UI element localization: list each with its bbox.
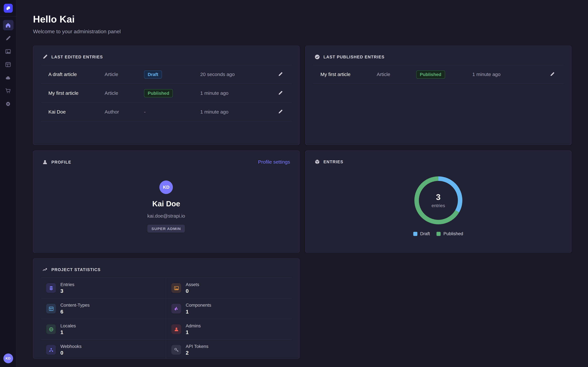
stat-admins: Admins1 bbox=[166, 319, 292, 340]
sidebar-item-marketplace[interactable] bbox=[3, 85, 13, 96]
empty-grid-cell bbox=[305, 258, 571, 359]
status-badge-published: Published bbox=[144, 89, 173, 97]
stat-label: Webhooks bbox=[61, 344, 82, 349]
stat-value: 3 bbox=[61, 288, 75, 294]
edit-entry-button[interactable] bbox=[276, 70, 284, 78]
entry-type: Article bbox=[105, 90, 144, 96]
entries-panel: ENTRIES 3 entries Draft bbox=[305, 150, 571, 253]
entry-time: 1 minute ago bbox=[200, 109, 270, 115]
stat-components: Components1 bbox=[166, 299, 292, 319]
entry-row: A draft article Article Draft 20 seconds… bbox=[41, 65, 292, 84]
page-title: Hello Kai bbox=[33, 14, 571, 25]
sidebar-spacer bbox=[0, 109, 16, 353]
sidebar: KD bbox=[0, 0, 17, 367]
sidebar-item-content-type-builder[interactable] bbox=[3, 59, 13, 70]
edit-entry-button[interactable] bbox=[548, 70, 556, 78]
sidebar-item-media-library[interactable] bbox=[3, 46, 13, 57]
entry-name: Kai Doe bbox=[48, 109, 104, 115]
entries-header: ENTRIES bbox=[305, 159, 571, 164]
status-badge-published: Published bbox=[416, 70, 445, 78]
entry-status: Published bbox=[144, 89, 200, 97]
strapi-logo[interactable] bbox=[0, 0, 16, 16]
home-icon bbox=[5, 22, 11, 28]
profile-email: kai.doe@strapi.io bbox=[33, 213, 299, 218]
sidebar-item-home[interactable] bbox=[3, 20, 13, 30]
gear-icon bbox=[5, 101, 11, 107]
last-edited-entries-panel: LAST EDITED ENTRIES A draft article Arti… bbox=[33, 46, 299, 145]
layout-icon bbox=[46, 304, 56, 314]
panel-title: ENTRIES bbox=[323, 159, 343, 164]
profile-name: Kai Doe bbox=[33, 200, 299, 208]
draft-swatch bbox=[413, 232, 417, 236]
pencil-icon bbox=[550, 72, 555, 77]
stat-entries: Entries3 bbox=[41, 278, 166, 299]
entry-time: 1 minute ago bbox=[200, 90, 270, 96]
main-content: Hello Kai Welcome to your administration… bbox=[17, 0, 588, 367]
globe-icon bbox=[46, 324, 56, 334]
entry-row: Kai Doe Author - 1 minute ago bbox=[41, 103, 292, 121]
nodes-icon bbox=[46, 345, 56, 355]
stat-label: Components bbox=[186, 303, 211, 308]
pencil-icon bbox=[278, 72, 283, 77]
stat-label: Entries bbox=[61, 282, 75, 287]
stat-label: Admins bbox=[186, 323, 201, 328]
stat-value: 0 bbox=[61, 350, 82, 356]
project-statistics-header: PROJECT STATISTICS bbox=[33, 267, 299, 272]
entry-type: Author bbox=[105, 109, 144, 115]
entry-row: My first article Article Published 1 min… bbox=[41, 84, 292, 103]
pencil-icon bbox=[42, 54, 48, 59]
stat-value: 6 bbox=[61, 309, 90, 315]
panel-title: LAST EDITED ENTRIES bbox=[52, 55, 103, 59]
profile-initials: KD bbox=[163, 185, 170, 190]
profile-header: PROFILE Profile settings bbox=[33, 159, 299, 165]
cube-icon bbox=[314, 159, 320, 164]
profile-panel: PROFILE Profile settings KD Kai Doe kai.… bbox=[33, 150, 299, 253]
layout-icon bbox=[5, 62, 11, 67]
entry-row: My first article Article Published 1 min… bbox=[313, 65, 564, 84]
donut-center: 3 entries bbox=[414, 176, 462, 224]
panel-title: LAST PUBLISHED ENTRIES bbox=[323, 55, 384, 59]
sidebar-item-content-manager[interactable] bbox=[3, 33, 13, 43]
sidebar-user-avatar[interactable]: KD bbox=[3, 353, 13, 363]
person-icon bbox=[42, 159, 48, 165]
entry-time: 1 minute ago bbox=[472, 72, 543, 77]
profile-avatar: KD bbox=[159, 181, 173, 194]
entries-total: 3 bbox=[436, 192, 441, 202]
stat-label: Locales bbox=[61, 323, 76, 328]
stats-table: Entries3 Assets0 Content-Types6 Componen… bbox=[41, 277, 292, 359]
edit-entry-button[interactable] bbox=[276, 108, 284, 116]
entry-name: A draft article bbox=[48, 72, 104, 77]
cart-icon bbox=[5, 88, 11, 93]
project-statistics-panel: PROJECT STATISTICS Entries3 Assets0 Cont… bbox=[33, 258, 299, 359]
sidebar-item-settings[interactable] bbox=[3, 99, 13, 109]
strapi-admin-dashboard: KD Hello Kai Welcome to your administrat… bbox=[0, 0, 588, 367]
sidebar-nav bbox=[0, 17, 16, 109]
legend-label: Published bbox=[443, 231, 463, 236]
role-badge: SUPER ADMIN bbox=[147, 225, 185, 233]
profile-settings-link[interactable]: Profile settings bbox=[258, 159, 290, 165]
entry-type: Article bbox=[377, 72, 416, 77]
stat-content-types: Content-Types6 bbox=[41, 299, 166, 319]
status-badge-draft: Draft bbox=[144, 70, 162, 78]
last-edited-table: A draft article Article Draft 20 seconds… bbox=[41, 65, 292, 121]
entry-status: Published bbox=[416, 70, 472, 78]
stat-value: 0 bbox=[186, 288, 199, 294]
cloud-icon bbox=[5, 75, 11, 80]
page-subtitle: Welcome to your administration panel bbox=[33, 28, 571, 34]
sidebar-item-cloud[interactable] bbox=[3, 72, 13, 83]
database-icon bbox=[46, 283, 56, 293]
entries-total-label: entries bbox=[432, 203, 445, 208]
entry-name: My first article bbox=[320, 72, 377, 77]
key-icon bbox=[172, 345, 181, 355]
dashboard-grid: LAST EDITED ENTRIES A draft article Arti… bbox=[33, 46, 571, 359]
sidebar-user-initials: KD bbox=[6, 357, 11, 360]
entry-status: Draft bbox=[144, 70, 200, 78]
last-edited-header: LAST EDITED ENTRIES bbox=[33, 54, 299, 59]
stat-label: Assets bbox=[186, 282, 199, 287]
panel-title: PROJECT STATISTICS bbox=[52, 267, 101, 272]
legend-item-published: Published bbox=[437, 231, 463, 236]
entry-type: Article bbox=[105, 72, 144, 77]
pencil-icon bbox=[278, 91, 283, 96]
edit-entry-button[interactable] bbox=[276, 89, 284, 97]
stat-label: API Tokens bbox=[186, 344, 208, 349]
